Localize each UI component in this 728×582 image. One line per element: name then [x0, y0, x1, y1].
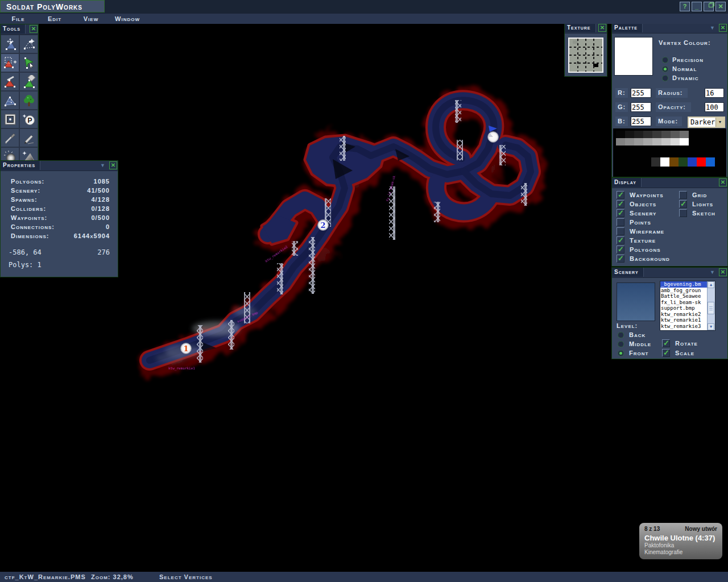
svg-text:ktw_remarkie1: ktw_remarkie1	[168, 366, 195, 371]
svg-text:2: 2	[320, 221, 325, 230]
menu-window[interactable]: Window	[109, 14, 146, 24]
display-objects[interactable]: Objects	[617, 200, 656, 208]
colour-swatches[interactable]	[651, 157, 715, 167]
display-grid[interactable]: Grid	[679, 191, 707, 199]
display-lights[interactable]: Lights	[679, 200, 713, 208]
tool-texture-polygons[interactable]	[1, 91, 19, 110]
radio-dynamic[interactable]	[662, 75, 668, 81]
scenery-rotate[interactable]: Rotate	[662, 339, 698, 347]
scenery-close-icon[interactable]: ✕	[719, 268, 727, 276]
track-album: Kinematografie	[644, 549, 717, 556]
display-background[interactable]: Background	[617, 255, 670, 263]
display-panel-header: Display ✕	[612, 178, 727, 188]
display-waypoints[interactable]: Waypoints	[617, 191, 664, 199]
tool-transform-polygons[interactable]	[1, 35, 19, 53]
tool-colour-picker[interactable]	[1, 128, 19, 147]
tool-select-vertices[interactable]	[19, 53, 38, 72]
spawn-marker-1[interactable]: 1	[181, 343, 192, 354]
scrollbar-thumb[interactable]	[708, 302, 714, 314]
scenery-scale[interactable]: Scale	[662, 349, 694, 357]
opacity-input[interactable]	[705, 102, 724, 112]
swatch	[651, 157, 660, 167]
minimize-icon: _	[695, 3, 698, 10]
chevron-down-icon[interactable]: ▼	[715, 118, 724, 127]
minimize-button[interactable]: _	[692, 2, 702, 11]
status-filename: ctf_KtW_Remarkie.PMS	[5, 572, 86, 582]
mode-value: Darker	[689, 118, 715, 127]
prop-row-colliders: Colliders:0/128	[9, 204, 110, 213]
display-sketch[interactable]: Sketch	[679, 209, 715, 217]
scroll-down-icon[interactable]: ▼	[708, 323, 714, 330]
b-input[interactable]	[631, 117, 651, 126]
display-close-icon[interactable]: ✕	[719, 178, 727, 186]
scenery-panel-header: Scenery ▼ ✕	[612, 268, 727, 278]
radius-label: Radius:	[656, 88, 688, 98]
mode-label: Mode:	[656, 117, 682, 126]
display-texture[interactable]: Texture	[617, 236, 656, 244]
spawn-marker-2[interactable]: 2	[318, 220, 329, 231]
tool-colliders[interactable]	[1, 110, 19, 128]
tool-create-polygons[interactable]	[1, 72, 19, 91]
scenery-panel-title: Scenery	[612, 268, 644, 277]
tools-panel: Tools ✕	[0, 24, 39, 165]
tool-spawn-points[interactable]: P	[19, 110, 38, 128]
tool-transform-vertices[interactable]	[19, 35, 38, 53]
display-points[interactable]: Points	[617, 218, 651, 226]
music-notification[interactable]: 8 z 13 Nowy utwór Chwile Ulotne (4:37) P…	[639, 523, 722, 559]
polys-readout: Polys: 1	[9, 261, 110, 269]
prop-row-waypoints: Waypoints:0/500	[9, 213, 110, 222]
close-button[interactable]: ✕	[715, 2, 726, 11]
current-colour-swatch[interactable]	[614, 37, 653, 76]
scrollbar[interactable]: ▲ ▼	[707, 281, 715, 330]
properties-collapse-icon[interactable]: ▼	[100, 163, 105, 168]
g-input[interactable]	[631, 102, 651, 112]
svg-text:1: 1	[183, 344, 188, 353]
palette-panel: Palette ▼ ✕ Vertex Colour: Precision Nor…	[611, 23, 728, 177]
properties-panel-header: Properties ▼ ✕	[1, 161, 118, 171]
scroll-up-icon[interactable]: ▲	[708, 281, 714, 288]
svg-text:P: P	[27, 117, 32, 124]
level-front[interactable]: Front	[618, 350, 648, 356]
radio-precision[interactable]	[662, 57, 668, 63]
tool-colour-polygons[interactable]	[19, 72, 38, 91]
vertex-mode-normal[interactable]: Normal	[662, 65, 697, 72]
tool-line[interactable]	[19, 128, 38, 147]
app-title: Soldat PolyWorks	[0, 0, 105, 13]
display-scenery[interactable]: Scenery	[617, 209, 656, 217]
help-icon: ?	[683, 3, 687, 10]
mode-dropdown[interactable]: Darker ▼	[688, 117, 725, 128]
help-button[interactable]: ?	[680, 2, 690, 11]
texture-close-icon[interactable]: ✕	[598, 24, 606, 32]
opacity-label: Opacity:	[656, 102, 691, 112]
level-label: Level:	[617, 322, 638, 329]
radio-normal[interactable]	[662, 66, 668, 72]
r-input[interactable]	[631, 88, 651, 98]
menu-file[interactable]: File	[0, 14, 36, 24]
menu-view[interactable]: View	[73, 14, 109, 24]
track-counter: 8 z 13	[644, 526, 660, 532]
scenery-preview	[617, 282, 655, 321]
scenery-collapse-icon[interactable]: ▼	[710, 269, 715, 275]
level-middle[interactable]: Middle	[618, 340, 651, 347]
tool-select-polygons[interactable]	[1, 53, 19, 72]
vertex-mode-dynamic[interactable]: Dynamic	[662, 74, 699, 81]
tools-panel-title: Tools	[1, 24, 26, 34]
vertex-mode-precision[interactable]: Precision	[662, 56, 704, 63]
display-wireframe[interactable]: Wireframe	[617, 227, 664, 235]
tool-scenery[interactable]	[19, 91, 38, 110]
r-label: R:	[615, 88, 628, 98]
menu-edit[interactable]: Edit	[36, 14, 73, 24]
swatch	[669, 157, 679, 167]
properties-close-icon[interactable]: ✕	[109, 161, 117, 169]
tools-close-icon[interactable]: ✕	[30, 25, 38, 33]
track-artist: Paktofonika	[644, 542, 717, 549]
display-polygons[interactable]: Polygons	[617, 246, 661, 253]
palette-close-icon[interactable]: ✕	[719, 24, 727, 32]
restore-button[interactable]	[704, 2, 714, 11]
palette-collapse-icon[interactable]: ▼	[710, 25, 715, 31]
texture-preview[interactable]	[568, 38, 603, 73]
radius-input[interactable]	[705, 88, 724, 98]
level-back[interactable]: Back	[618, 331, 646, 338]
scenery-file-list[interactable]: _bgevening.bm amb_fog_groun Battle_Seawe…	[660, 281, 715, 331]
grayscale-ramp[interactable]	[616, 131, 689, 146]
